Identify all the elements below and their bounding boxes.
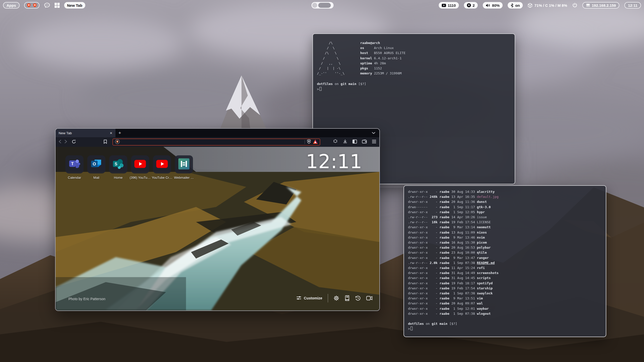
shortcut-label: Webmailer … xyxy=(174,176,194,179)
prompt-status: [$?] xyxy=(449,322,457,326)
customize-button[interactable]: Customize xyxy=(296,296,322,301)
webmail-icon xyxy=(178,158,189,170)
fetch-info-row: osArch Linux xyxy=(360,46,406,51)
brave-shield-icon[interactable] xyxy=(307,139,311,145)
apps-button[interactable]: Apps xyxy=(3,2,20,9)
new-tab-page: T Calendar O Mail S xyxy=(56,147,379,311)
terminal-cursor xyxy=(319,87,321,91)
file-row: .rw-r--r--273raabe14 Apr10:26issue xyxy=(408,215,602,220)
brave-windows-group[interactable] xyxy=(24,2,39,9)
settings-gear-icon[interactable] xyxy=(334,295,339,301)
menu-icon[interactable] xyxy=(372,140,376,144)
prompt-on: on xyxy=(335,82,339,86)
shortcut-label: Home xyxy=(114,176,123,179)
tile xyxy=(153,155,171,173)
tile xyxy=(175,155,193,173)
sharepoint-icon: S xyxy=(112,158,124,170)
shortcut-calendar[interactable]: T Calendar xyxy=(65,155,84,179)
reload-icon[interactable] xyxy=(72,140,76,145)
forward-icon[interactable] xyxy=(64,140,67,145)
fetch-info-row: memory2253M / 31998M xyxy=(360,71,406,76)
prompt-branch: git main xyxy=(432,322,448,326)
file-row: drwxr-xr-x-raabe30 Aug14:33alacritty xyxy=(408,189,602,194)
leo-ai-icon[interactable] xyxy=(333,139,338,145)
svg-text:O: O xyxy=(93,162,96,166)
fetch-user-host: raabe@arch xyxy=(360,40,406,46)
back-icon[interactable] xyxy=(59,140,61,145)
chat-icon[interactable] xyxy=(44,3,50,8)
file-row: .rw-r--r--248kraabe13 Apr16:35default.jp… xyxy=(408,194,602,199)
tab-strip: New Tab ✕ + xyxy=(56,129,379,137)
fetch-info-row: kernel6.4.12-arch1-1 xyxy=(360,56,406,61)
top-bar: Apps New Tab xyxy=(0,0,644,11)
shell-prompt: dotfiles on git main [$?] > xyxy=(408,321,602,331)
network-widget[interactable]: 192.168.2.159 xyxy=(582,2,620,9)
youtube-count: 1110 xyxy=(448,3,456,8)
url-bar[interactable] xyxy=(112,139,320,146)
power-icon[interactable] xyxy=(572,3,577,8)
arch-ascii-logo: /\ / \ /\ \ / \ / ,, \ / | | -\ /_-'' ''… xyxy=(317,40,360,76)
fetch-info-block: raabe@arch osArch LinuxhostB550 AORUS EL… xyxy=(360,40,406,76)
file-listing: drwxr-xr-x-raabe30 Aug14:33alacritty.rw-… xyxy=(408,189,602,316)
history-icon[interactable] xyxy=(355,295,361,301)
file-row: drwxr-xr-x-raabe1 Sep12:01waybar xyxy=(408,306,602,311)
brave-icon[interactable] xyxy=(27,3,31,8)
search-shield-icon[interactable] xyxy=(115,139,120,145)
file-row: drwxr-xr-x-raabe1 Sep12:05hypr xyxy=(408,210,602,215)
prompt-branch: git main xyxy=(341,82,356,86)
brave-icon[interactable] xyxy=(33,3,37,8)
bookmarks-book-icon[interactable] xyxy=(345,295,350,301)
bookmark-icon[interactable] xyxy=(104,140,107,145)
urlbar-separator xyxy=(305,140,305,144)
ip-address: 192.168.2.159 xyxy=(592,3,616,8)
tab-new-tab[interactable]: New Tab ✕ xyxy=(56,129,115,137)
prompt-on: on xyxy=(426,322,430,326)
shortcut-youtube-1[interactable]: (396) YouTu… xyxy=(131,155,149,179)
top-sites-row: T Calendar O Mail S xyxy=(65,155,193,179)
shortcut-youtube-2[interactable]: YouTube Cr… xyxy=(153,155,171,179)
volume-level: 80% xyxy=(492,3,500,8)
file-row: drwxr-xr-x-raabe9 Mar13:51vim xyxy=(408,296,602,301)
file-row: drwxr-xr-x-raabe11 Apr15:24rofi xyxy=(408,265,602,270)
file-row: drwxr-xr-x-raabe9 Mar13:14neomutt xyxy=(408,225,602,230)
file-row: drwxr-xr-x-raabe16 Aug15:30picom xyxy=(408,240,602,245)
svg-text:S: S xyxy=(115,162,117,166)
updates-widget[interactable]: 2 xyxy=(464,2,478,9)
workspace-dot[interactable] xyxy=(312,3,317,8)
prompt-status: [$?] xyxy=(358,82,366,86)
file-row: .rw-r--r--18kraabe19 Feb17:54LICENSE xyxy=(408,220,602,225)
list-tabs-chevron-icon[interactable] xyxy=(372,129,375,137)
youtube-subs-widget[interactable]: 1110 xyxy=(439,2,459,9)
file-row: .rw-r--r--2.0kraabe1 Sep07:38README.md xyxy=(408,260,602,265)
windows-icon[interactable] xyxy=(55,3,60,8)
new-tab-button[interactable]: + xyxy=(115,129,124,137)
wallet-icon[interactable] xyxy=(362,140,367,145)
svg-text:T: T xyxy=(71,161,74,166)
tab-close-icon[interactable]: ✕ xyxy=(110,131,112,135)
updates-count: 2 xyxy=(473,3,475,8)
bluetooth-widget[interactable]: on xyxy=(508,2,523,9)
shortcut-webmailer[interactable]: Webmailer … xyxy=(175,155,193,179)
bluetooth-state: on xyxy=(515,3,520,8)
download-icon[interactable] xyxy=(343,139,347,145)
browser-window[interactable]: New Tab ✕ + xyxy=(55,128,380,311)
volume-widget[interactable]: 80% xyxy=(483,2,503,9)
shortcut-label: Calendar xyxy=(68,176,81,179)
file-row: drwxr-xr-x-raabe31 Aug14:49screenshots xyxy=(408,270,602,276)
workspace-indicator[interactable] xyxy=(311,2,334,9)
bat-icon[interactable] xyxy=(313,140,318,145)
camera-icon[interactable] xyxy=(366,296,372,300)
cpu-cube-icon xyxy=(528,3,532,8)
tile xyxy=(131,155,149,173)
file-row: drwxr-xr-x-raabe1 Sep07:38wlogout xyxy=(408,311,602,316)
clock-widget[interactable]: 12:11 xyxy=(624,2,641,9)
shortcut-mail[interactable]: O Mail xyxy=(87,155,105,179)
workspace-active[interactable] xyxy=(318,3,331,8)
shortcut-home[interactable]: S Home xyxy=(109,155,127,179)
terminal-window-files[interactable]: drwxr-xr-x-raabe30 Aug14:33alacritty.rw-… xyxy=(404,185,606,337)
file-row: drwxr-xr-x-raabe20 Aug16:53polybar xyxy=(408,245,602,250)
sidebar-icon[interactable] xyxy=(352,140,357,145)
volume-icon xyxy=(486,4,490,7)
prompt-symbol: > xyxy=(408,327,410,331)
photo-credit[interactable]: Photo by Eric Patterson xyxy=(68,297,105,301)
